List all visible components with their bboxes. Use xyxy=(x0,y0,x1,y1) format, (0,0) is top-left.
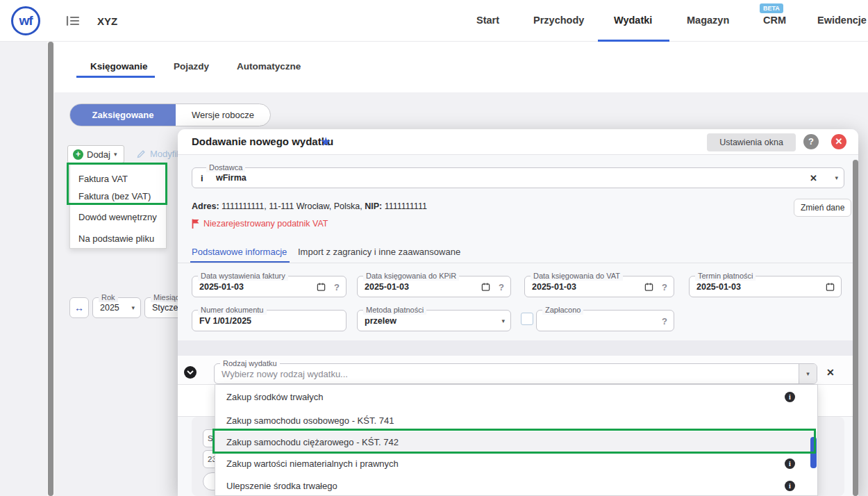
help-button[interactable]: ? xyxy=(803,134,819,149)
tab-ksiegowanie[interactable]: Księgowanie xyxy=(90,61,148,72)
calendar-icon[interactable] xyxy=(826,282,835,291)
app-root: wf XYZ Start Przychody Wydatki Magazyn C… xyxy=(0,0,868,496)
kpir-date-field[interactable]: Data księgowania do KPiR 2025-01-03 ? xyxy=(357,276,511,297)
info-icon[interactable]: i xyxy=(785,392,795,402)
calendar-icon[interactable] xyxy=(317,282,326,291)
arrows-horizontal-icon: ↔ xyxy=(74,302,84,313)
rok-value: 2025 xyxy=(100,303,119,313)
nav-magazyn[interactable]: Magazyn xyxy=(687,15,729,26)
payment-method-label: Metoda płatności xyxy=(363,306,426,315)
document-number-field[interactable]: Numer dokumentu FV 1/01/2025 xyxy=(192,310,347,331)
chevron-down-icon[interactable]: ▾ xyxy=(835,174,838,181)
option-zakup-samochodu-osobowego[interactable]: Zakup samochodu osobowego - KŚT. 741 xyxy=(215,409,817,431)
expense-type-caret-button[interactable]: ▾ xyxy=(799,364,817,383)
help-icon[interactable]: ? xyxy=(499,281,504,292)
document-number-label: Numer dokumentu xyxy=(198,306,267,315)
modal-scrollbar-thumb[interactable] xyxy=(853,160,858,496)
menu-item-faktura-vat[interactable]: Faktura VAT xyxy=(78,174,128,184)
paid-label: Zapłacono xyxy=(542,306,583,315)
expense-type-dropdown: Zakup środków trwałych i Zakup samochodu… xyxy=(215,384,818,496)
menu-item-na-podstawie-pliku[interactable]: Na podstawie pliku xyxy=(78,233,154,244)
document-number-value: FV 1/01/2025 xyxy=(199,316,251,326)
status-segmented-control: Zaksięgowane Wersje robocze xyxy=(69,104,271,126)
tab-automatyczne[interactable]: Automatyczne xyxy=(237,61,301,72)
close-button[interactable]: ✕ xyxy=(831,134,846,149)
nav-start[interactable]: Start xyxy=(476,15,499,26)
nav-przychody[interactable]: Przychody xyxy=(533,15,584,26)
help-icon[interactable]: ? xyxy=(662,281,667,292)
favorite-star-icon[interactable]: ★ xyxy=(320,134,331,149)
chevron-down-icon: ▾ xyxy=(501,317,505,324)
issue-date-field[interactable]: Data wystawienia faktury 2025-01-03 ? xyxy=(192,276,347,297)
menu-open-icon[interactable] xyxy=(65,14,81,28)
info-icon[interactable]: i xyxy=(201,173,203,183)
rok-label: Rok xyxy=(99,293,118,302)
nav-wydatki[interactable]: Wydatki xyxy=(614,15,652,26)
kpir-date-value: 2025-01-03 xyxy=(365,282,409,292)
adres-value: 1111111111, 11-111 Wrocław, Polska, xyxy=(219,201,365,211)
tab-active-underline xyxy=(76,76,155,78)
tab-podstawowe-informacje[interactable]: Podstawowe informacje xyxy=(192,247,287,257)
modal-title: Dodawanie nowego wydatku xyxy=(192,135,333,147)
option-zakup-srodkow-trwalych[interactable]: Zakup środków trwałych i xyxy=(215,385,817,409)
help-icon[interactable]: ? xyxy=(334,281,340,292)
plus-circle-icon: + xyxy=(73,149,83,160)
help-icon[interactable]: ? xyxy=(662,315,667,326)
modal-header: Dodawanie nowego wydatku ★ Ustawienia ok… xyxy=(178,129,858,155)
expense-type-field[interactable]: Rodzaj wydatku Wybierz nowy rodzaj wydat… xyxy=(214,363,817,384)
expand-section-button[interactable] xyxy=(184,366,197,379)
calendar-icon[interactable] xyxy=(644,282,653,291)
info-icon[interactable]: i xyxy=(785,458,795,469)
nav-crm[interactable]: CRM xyxy=(763,15,786,26)
vat-date-value: 2025-01-03 xyxy=(532,282,576,292)
vat-warning: Niezarejestrowany podatnik VAT xyxy=(192,219,328,229)
option-zakup-samochodu-ciezarowego[interactable]: Zakup samochodu ciężarowego - KŚT. 742 xyxy=(215,431,817,453)
due-date-value: 2025-01-03 xyxy=(696,282,741,292)
expand-filters-button[interactable]: ↔ xyxy=(69,297,89,318)
add-expense-modal: Dodawanie nowego wydatku ★ Ustawienia ok… xyxy=(178,129,858,496)
nav-active-underline xyxy=(598,40,669,42)
option-label: Ulepszenie środka trwałego xyxy=(226,481,337,491)
sidebar-scrollbar-thumb[interactable] xyxy=(48,42,53,496)
option-ulepszenie-srodka-trwalego[interactable]: Ulepszenie środka trwałego i xyxy=(215,474,817,496)
sidebar-scrollbar[interactable] xyxy=(47,42,54,496)
menu-item-dowod-wewnetrzny[interactable]: Dowód wewnętrzny xyxy=(78,212,157,222)
due-date-field[interactable]: Termin płatności 2025-01-03 xyxy=(689,276,842,297)
option-zakup-wartosci-niematerialnych[interactable]: Zakup wartości niematerialnych i prawnyc… xyxy=(215,453,817,474)
topbar: wf XYZ Start Przychody Wydatki Magazyn C… xyxy=(0,0,868,42)
vat-date-label: Data księgowania do VAT xyxy=(531,272,623,281)
close-expense-type-icon[interactable]: ✕ xyxy=(826,367,835,378)
payment-method-select[interactable]: Metoda płatności przelew ▾ xyxy=(357,310,511,331)
expense-type-placeholder: Wybierz nowy rodzaj wydatku... xyxy=(222,369,348,379)
rok-select[interactable]: Rok 2025 ▾ xyxy=(92,297,141,318)
tab-import-z-zagranicy[interactable]: Import z zagranicy i inne zaawansowane xyxy=(298,247,460,257)
vat-date-field[interactable]: Data księgowania do VAT 2025-01-03 ? xyxy=(524,276,674,297)
paid-checkbox[interactable] xyxy=(521,313,533,325)
calendar-icon[interactable] xyxy=(481,282,490,291)
option-label: Zakup samochodu ciężarowego - KŚT. 742 xyxy=(226,437,399,447)
vat-warning-text: Niezarejestrowany podatnik VAT xyxy=(203,219,328,229)
supplier-label: Dostawca xyxy=(206,163,245,172)
option-label: Zakup samochodu osobowego - KŚT. 741 xyxy=(226,415,394,426)
tab-pojazdy[interactable]: Pojazdy xyxy=(174,61,209,72)
menu-item-faktura-bez-vat[interactable]: Faktura (bez VAT) xyxy=(78,191,151,201)
flag-icon xyxy=(192,219,199,229)
chevron-down-icon: ▾ xyxy=(131,304,135,311)
change-data-button[interactable]: Zmień dane xyxy=(794,199,851,217)
info-icon[interactable]: i xyxy=(785,481,795,491)
paid-field[interactable]: Zapłacono ? xyxy=(536,310,674,331)
pencil-icon xyxy=(136,149,147,159)
nav-ewidencje[interactable]: Ewidencje xyxy=(817,15,867,26)
window-settings-button[interactable]: Ustawienia okna xyxy=(707,133,796,151)
supplier-field[interactable]: Dostawca i wFirma ✕ ▾ xyxy=(192,167,844,188)
company-name[interactable]: XYZ xyxy=(97,15,117,27)
option-label: Zakup środków trwałych xyxy=(226,392,323,402)
beta-badge: BETA xyxy=(760,3,783,13)
add-button[interactable]: + Dodaj ▾ xyxy=(67,145,124,163)
clear-supplier-icon[interactable]: ✕ xyxy=(810,173,817,183)
segment-wersje-robocze[interactable]: Wersje robocze xyxy=(176,104,270,126)
section-divider xyxy=(178,340,858,356)
dropdown-scrollbar-thumb[interactable] xyxy=(810,437,817,468)
wfirma-logo[interactable]: wf xyxy=(11,6,40,35)
segment-zaksiegowane[interactable]: Zaksięgowane xyxy=(70,104,176,126)
